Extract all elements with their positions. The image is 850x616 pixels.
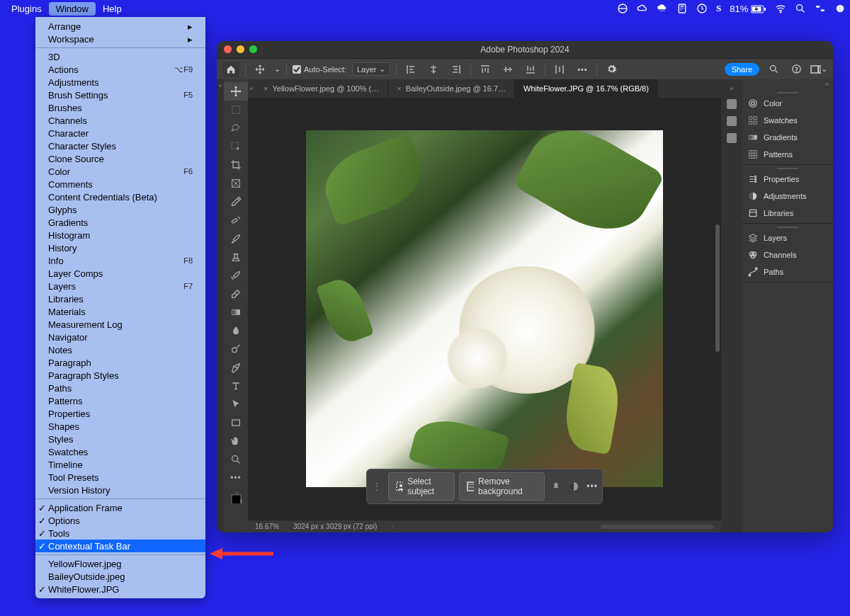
status-s-icon[interactable]: S <box>716 3 721 14</box>
menu-item-application-frame[interactable]: ✓Application Frame <box>35 501 205 514</box>
menu-item-properties[interactable]: Properties <box>35 407 205 420</box>
menu-item-paragraph[interactable]: Paragraph <box>35 356 205 369</box>
document-tab-1[interactable]: ×YellowFlower.jpeg @ 100% (… <box>255 79 388 98</box>
lasso-tool[interactable] <box>224 119 248 137</box>
align-bottom-icon[interactable] <box>522 62 539 77</box>
status-expand-icon[interactable]: 〉 <box>391 522 398 532</box>
menu-item-clone-source[interactable]: Clone Source <box>35 152 205 165</box>
menu-item-info[interactable]: InfoF8 <box>35 254 205 267</box>
menu-item-brush-settings[interactable]: Brush SettingsF5 <box>35 89 205 101</box>
canvas[interactable]: ⋮ Select subject Remove background ••• <box>248 98 721 520</box>
object-selection-tool[interactable] <box>224 137 248 156</box>
panel-channels[interactable]: Channels <box>742 246 833 263</box>
align-center-h-icon[interactable] <box>425 62 442 77</box>
eraser-tool[interactable] <box>224 285 248 303</box>
search-icon[interactable] <box>765 62 782 77</box>
menu-item-paths[interactable]: Paths <box>35 382 205 394</box>
drag-handle-icon[interactable]: ⋮ <box>370 477 384 496</box>
path-selection-tool[interactable] <box>224 395 248 413</box>
menu-item-arrange[interactable]: Arrange▸ <box>35 20 205 33</box>
history-brush-tool[interactable] <box>224 266 248 285</box>
panel-gradients[interactable]: Gradients <box>742 129 833 146</box>
frame-tool[interactable] <box>224 174 248 193</box>
rectangle-tool[interactable] <box>224 413 248 432</box>
menu-item-layer-comps[interactable]: Layer Comps <box>35 267 205 280</box>
edit-toolbar[interactable]: ••• <box>224 469 248 487</box>
document-tab-3[interactable]: WhiteFlower.JPG @ 16.7% (RGB/8) <box>515 79 658 98</box>
menu-item-tool-presets[interactable]: Tool Presets <box>35 471 205 484</box>
panel-properties[interactable]: Properties <box>742 171 833 188</box>
menubar-window[interactable]: Window <box>49 2 96 16</box>
left-collapse-strip[interactable]: » <box>217 79 224 532</box>
sync-icon[interactable] <box>617 3 628 14</box>
menu-item-patterns[interactable]: Patterns <box>35 394 205 407</box>
menu-item-styles[interactable]: Styles <box>35 433 205 445</box>
hand-tool[interactable] <box>224 432 248 450</box>
menu-item-shapes[interactable]: Shapes <box>35 420 205 433</box>
close-tab-icon[interactable]: × <box>264 84 268 93</box>
menu-item-adjustments[interactable]: Adjustments <box>35 76 205 89</box>
auto-select-target-dropdown[interactable]: Layer ⌄ <box>352 62 391 76</box>
contextual-task-bar[interactable]: ⋮ Select subject Remove background ••• <box>366 469 603 504</box>
gradient-tool[interactable] <box>224 303 248 321</box>
help-icon[interactable] <box>788 62 805 77</box>
home-button[interactable] <box>222 62 239 77</box>
align-left-icon[interactable] <box>402 62 419 77</box>
window-titlebar[interactable]: Adobe Photoshop 2024 <box>217 41 833 58</box>
menu-item-comments[interactable]: Comments <box>35 178 205 190</box>
traffic-lights[interactable] <box>224 45 257 53</box>
panel-libraries[interactable]: Libraries <box>742 205 833 222</box>
close-tab-icon[interactable]: × <box>397 84 401 93</box>
panel-patterns[interactable]: Patterns <box>742 146 833 163</box>
menu-item-content-credentials-beta-[interactable]: Content Credentials (Beta) <box>35 190 205 203</box>
auto-select-checkbox[interactable]: Auto-Select: <box>293 65 346 74</box>
type-tool[interactable] <box>224 377 248 395</box>
panel-icon[interactable] <box>727 99 737 109</box>
menu-item-swatches[interactable]: Swatches <box>35 445 205 458</box>
panel-layers[interactable]: Layers <box>742 229 833 246</box>
menu-item-character[interactable]: Character <box>35 127 205 139</box>
menu-item-whiteflower-jpg[interactable]: ✓WhiteFlower.JPG <box>35 583 205 595</box>
healing-brush-tool[interactable] <box>224 211 248 229</box>
panel-swatches[interactable]: Swatches <box>742 112 833 129</box>
control-center-icon[interactable] <box>815 3 826 14</box>
eyedropper-tool[interactable] <box>224 193 248 211</box>
more-align-icon[interactable]: ••• <box>574 62 591 77</box>
foreground-background-colors[interactable] <box>224 487 248 508</box>
menu-item-layers[interactable]: LayersF7 <box>35 280 205 292</box>
search-icon[interactable] <box>795 3 806 14</box>
menu-item-brushes[interactable]: Brushes <box>35 101 205 114</box>
more-icon[interactable]: ••• <box>585 477 599 496</box>
weather-icon[interactable] <box>657 3 668 14</box>
vertical-scrollbar[interactable] <box>715 224 720 352</box>
zoom-tool[interactable] <box>224 450 248 469</box>
panel-icon[interactable] <box>727 116 737 126</box>
menu-item-actions[interactable]: Actions⌥F9 <box>35 63 205 76</box>
move-tool-icon[interactable] <box>251 62 268 77</box>
remove-background-button[interactable]: Remove background <box>459 472 545 501</box>
chevron-down-icon[interactable]: ⌄ <box>274 64 280 74</box>
brush-tool[interactable] <box>224 229 248 248</box>
dodge-tool[interactable] <box>224 340 248 358</box>
distribute-icon[interactable] <box>551 62 568 77</box>
menu-item-glyphs[interactable]: Glyphs <box>35 203 205 216</box>
select-subject-button[interactable]: Select subject <box>388 472 455 501</box>
menu-item-notes[interactable]: Notes <box>35 343 205 356</box>
panel-adjustments[interactable]: Adjustments <box>742 188 833 205</box>
panel-icon[interactable] <box>727 133 737 143</box>
menu-item-channels[interactable]: Channels <box>35 114 205 127</box>
panel-color[interactable]: Color <box>742 95 833 112</box>
pin-icon[interactable] <box>549 477 563 496</box>
marquee-tool[interactable] <box>224 101 248 119</box>
menu-item-gradients[interactable]: Gradients <box>35 216 205 229</box>
menu-item-histogram[interactable]: Histogram <box>35 229 205 241</box>
menu-item-workspace[interactable]: Workspace▸ <box>35 33 205 45</box>
menu-item-navigator[interactable]: Navigator <box>35 331 205 343</box>
wifi-icon[interactable] <box>775 3 786 14</box>
menu-item-libraries[interactable]: Libraries <box>35 292 205 305</box>
menu-item-materials[interactable]: Materials <box>35 305 205 318</box>
menu-item-tools[interactable]: ✓Tools <box>35 527 205 540</box>
horizontal-scrollbar[interactable] <box>601 525 714 529</box>
blur-tool[interactable] <box>224 321 248 340</box>
crop-tool[interactable] <box>224 156 248 174</box>
